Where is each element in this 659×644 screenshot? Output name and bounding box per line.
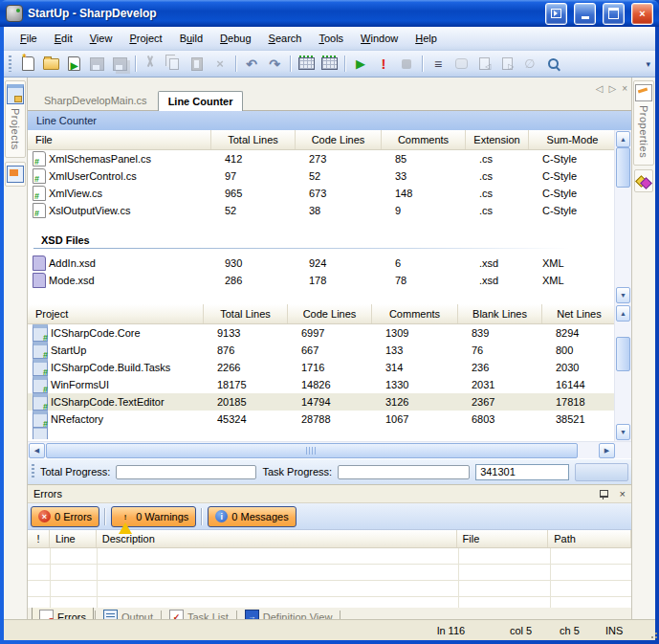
table-row[interactable]: #XmlView.cs 965 673 148 .cs C-Style bbox=[28, 185, 617, 202]
toolbar-grip[interactable] bbox=[9, 56, 11, 72]
table-row[interactable]: #NRefactory 45324 28788 1067 6803 38521 bbox=[28, 411, 617, 428]
open-file-button[interactable] bbox=[40, 54, 61, 74]
table-row[interactable]: #XslOutputView.cs 52 38 9 .cs C-Style bbox=[28, 202, 617, 219]
maximize-button[interactable] bbox=[603, 3, 625, 25]
tab-close-icon[interactable]: × bbox=[622, 83, 627, 94]
search-button[interactable] bbox=[542, 54, 563, 74]
table-row[interactable]: #XmlSchemasPanel.cs 412 273 85 .cs C-Sty… bbox=[28, 150, 617, 167]
table-row-highlighted[interactable]: #ICSharpCode.TextEditor 20185 14794 3126… bbox=[28, 393, 617, 411]
abort-button[interactable]: ! bbox=[373, 54, 394, 74]
tab-sharpdevelopmain[interactable]: SharpDevelopMain.cs bbox=[33, 90, 158, 110]
toolbar-overflow-button[interactable]: ▾ bbox=[646, 59, 650, 69]
copy-button[interactable] bbox=[164, 54, 185, 74]
menu-tools[interactable]: Tools bbox=[310, 29, 352, 48]
messages-filter-button[interactable]: i 0 Messages bbox=[208, 506, 296, 527]
scroll-down-icon[interactable]: ▼ bbox=[616, 287, 630, 303]
table-row[interactable]: Mode.xsd 286 178 78 .xsd XML bbox=[28, 272, 617, 289]
toolbox-pad-tab[interactable] bbox=[634, 169, 653, 192]
scrollbar-thumb[interactable] bbox=[616, 147, 630, 188]
new-project-button[interactable]: ▶ bbox=[63, 54, 84, 74]
menu-search[interactable]: Search bbox=[260, 29, 311, 48]
hash-icon: # bbox=[34, 157, 39, 167]
float-window-button[interactable] bbox=[545, 3, 567, 25]
column-header-code-lines[interactable]: Code Lines bbox=[296, 130, 382, 149]
menu-help[interactable]: Help bbox=[406, 29, 446, 48]
column-header-sum-mode[interactable]: Sum-Mode bbox=[529, 130, 617, 149]
line-counter-title: Line Counter bbox=[36, 115, 97, 126]
prev-bookmark-button[interactable]: ◁ bbox=[473, 54, 494, 74]
scroll-right-icon[interactable]: ▶ bbox=[599, 443, 615, 458]
paste-button[interactable] bbox=[187, 54, 208, 74]
scroll-left-icon[interactable]: ◀ bbox=[29, 443, 45, 458]
scroll-down-icon[interactable]: ▼ bbox=[616, 424, 630, 440]
bookmark-list-button[interactable]: ≡ bbox=[428, 54, 449, 74]
column-header-comments[interactable]: Comments bbox=[382, 130, 466, 149]
tab-line-counter[interactable]: Line Counter bbox=[158, 91, 244, 111]
table-row[interactable]: #ICSharpCode.Core 9133 6997 1309 839 829… bbox=[28, 324, 617, 342]
table-row[interactable]: #WinFormsUI 18175 14826 1330 2031 16144 bbox=[28, 376, 617, 393]
column-header-total-lines[interactable]: Total Lines bbox=[204, 304, 288, 323]
table-row[interactable]: #ICSharpCode.Build.Tasks 2266 1716 314 2… bbox=[28, 359, 617, 376]
scrollbar-thumb[interactable] bbox=[616, 337, 630, 371]
undo-button[interactable]: ↶ bbox=[241, 54, 262, 74]
menu-debug[interactable]: Debug bbox=[211, 29, 259, 48]
redo-button[interactable]: ↷ bbox=[264, 54, 285, 74]
menu-edit[interactable]: Edit bbox=[46, 29, 81, 48]
close-button[interactable]: × bbox=[631, 3, 653, 25]
warnings-filter-button[interactable]: ! 0 Warnings bbox=[111, 506, 196, 527]
file-table-scrollbar[interactable]: ▲ ▼ bbox=[614, 130, 631, 304]
run-button[interactable]: ▶ bbox=[350, 54, 371, 74]
build-solution-button[interactable] bbox=[296, 54, 317, 74]
menu-window[interactable]: Window bbox=[352, 29, 406, 48]
horizontal-scrollbar[interactable]: ◀ ▶ bbox=[28, 441, 631, 458]
clear-bookmarks-button[interactable]: ∅ bbox=[519, 54, 540, 74]
column-header-line[interactable]: Line bbox=[50, 530, 97, 547]
table-row[interactable]: #XmlUserControl.cs 97 52 33 .cs C-Style bbox=[28, 167, 617, 185]
menu-file[interactable]: File bbox=[11, 29, 46, 48]
column-header-comments[interactable]: Comments bbox=[372, 304, 458, 323]
scrollbar-thumb[interactable] bbox=[46, 443, 578, 458]
toggle-bookmark-button[interactable] bbox=[450, 54, 472, 74]
resize-grip[interactable] bbox=[651, 636, 653, 638]
column-header-code-lines[interactable]: Code Lines bbox=[288, 304, 372, 323]
scroll-up-icon[interactable]: ▲ bbox=[616, 131, 630, 147]
errors-filter-button[interactable]: × 0 Errors bbox=[31, 506, 99, 527]
menu-build[interactable]: Build bbox=[171, 29, 211, 48]
column-header-total-lines[interactable]: Total Lines bbox=[211, 130, 296, 149]
new-file-button[interactable]: * bbox=[17, 54, 38, 74]
tab-scroll-right-icon[interactable]: ▷ bbox=[608, 83, 616, 94]
pin-icon[interactable] bbox=[600, 490, 608, 498]
table-row[interactable]: #StartUp 876 667 133 76 800 bbox=[28, 342, 617, 359]
table-row-clipped[interactable] bbox=[28, 428, 617, 439]
toolbar-grip[interactable] bbox=[32, 464, 34, 479]
stop-button[interactable] bbox=[396, 54, 417, 74]
close-icon[interactable]: × bbox=[620, 488, 626, 500]
next-bookmark-button[interactable]: ▷ bbox=[496, 54, 517, 74]
save-button[interactable] bbox=[86, 54, 107, 74]
tab-scroll-left-icon[interactable]: ◁ bbox=[596, 83, 604, 94]
column-header-path[interactable]: Path bbox=[548, 530, 631, 547]
menu-view[interactable]: View bbox=[81, 29, 121, 48]
save-all-button[interactable] bbox=[109, 54, 130, 74]
column-header-net-lines[interactable]: Net Lines bbox=[542, 304, 617, 323]
column-header-file[interactable]: File bbox=[457, 530, 549, 547]
menu-project[interactable]: Project bbox=[121, 29, 170, 48]
table-row[interactable]: AddIn.xsd 930 924 6 .xsd XML bbox=[28, 255, 617, 272]
app-icon bbox=[6, 5, 23, 22]
column-header-blank-lines[interactable]: Blank Lines bbox=[458, 304, 542, 323]
column-header-description[interactable]: Description bbox=[97, 530, 457, 547]
minimize-button[interactable] bbox=[574, 3, 596, 25]
build-project-button[interactable] bbox=[319, 54, 340, 74]
scroll-up-icon[interactable]: ▲ bbox=[616, 305, 630, 322]
projects-pad-tab[interactable]: Projects bbox=[5, 80, 26, 158]
column-header-file[interactable]: File bbox=[28, 130, 211, 149]
column-header-project[interactable]: Project bbox=[28, 304, 204, 323]
properties-pad-tab[interactable]: Properties bbox=[633, 80, 654, 166]
project-table-scrollbar[interactable]: ▲ ▼ bbox=[614, 304, 631, 441]
titlebar[interactable]: StartUp - SharpDevelop × bbox=[0, 0, 659, 27]
column-header-severity[interactable]: ! bbox=[28, 530, 50, 547]
tools-pad-tab[interactable] bbox=[5, 162, 26, 187]
delete-button[interactable]: × bbox=[209, 54, 231, 74]
column-header-extension[interactable]: Extension bbox=[466, 130, 529, 149]
cut-button[interactable] bbox=[141, 54, 162, 74]
